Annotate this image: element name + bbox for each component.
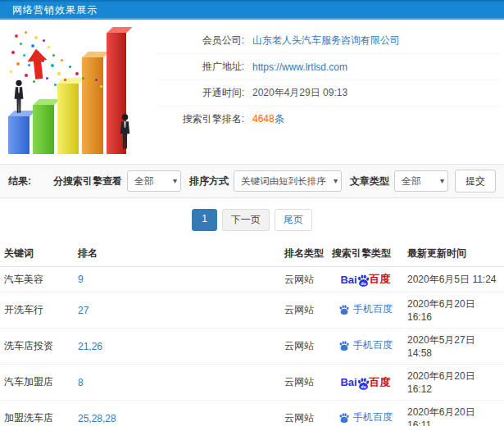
table-header-row: 关键词 排名 排名类型 搜索引擎类型 最新更新时间 bbox=[0, 241, 504, 267]
baidu-paw-icon bbox=[338, 304, 350, 315]
next-page-button[interactable]: 下一页 bbox=[222, 209, 270, 231]
page-1-button[interactable]: 1 bbox=[192, 209, 217, 231]
chart-bar-green bbox=[33, 105, 54, 154]
sort-method-select[interactable]: 关键词由短到长排序 bbox=[234, 170, 342, 192]
open-time-label: 开通时间: bbox=[156, 86, 244, 100]
updated-time-cell: 2020年6月20日 16:12 bbox=[403, 365, 504, 401]
chart-bar-blue bbox=[8, 116, 30, 154]
open-time-row: 开通时间: 2020年4月29日 09:13 bbox=[156, 80, 501, 106]
col-header-rank: 排名 bbox=[74, 241, 280, 267]
table-row: 洗车店投资21,26云网站 手机百度2020年5月27日 14:58 bbox=[0, 329, 504, 365]
results-table: 关键词 排名 排名类型 搜索引擎类型 最新更新时间 汽车美容9云网站Bai du… bbox=[0, 241, 504, 426]
rank-link[interactable]: 27 bbox=[78, 305, 89, 316]
rank-type-cell: 云网站 bbox=[280, 267, 328, 292]
businessman-left-icon bbox=[11, 79, 26, 116]
keyword-cell: 开洗车行 bbox=[0, 292, 74, 329]
rank-type-cell: 云网站 bbox=[280, 329, 328, 365]
filter-bar: 结果: 分搜索引擎查看 全部 排序方式 关键词由短到长排序 文章类型 全部 提交 bbox=[0, 164, 504, 198]
keyword-cell: 加盟洗车店 bbox=[0, 401, 74, 426]
company-info-list: 会员公司: 山东老人头汽车服务咨询有限公司 推广地址: https://www.… bbox=[156, 26, 501, 159]
businessman-right-icon bbox=[117, 113, 133, 152]
table-row: 加盟洗车店25,28,28云网站 手机百度2020年6月20日 16:11 bbox=[0, 401, 504, 426]
rank-cell: 8 bbox=[74, 365, 280, 401]
col-header-updated: 最新更新时间 bbox=[403, 241, 504, 267]
updated-time-cell: 2020年6月20日 16:16 bbox=[403, 292, 504, 329]
keyword-cell: 汽车加盟店 bbox=[0, 365, 74, 401]
member-company-label: 会员公司: bbox=[156, 34, 244, 48]
baidu-logo: Bai du 百度 bbox=[340, 375, 390, 390]
mobile-baidu-label: 手机百度 bbox=[353, 410, 393, 424]
open-time-value: 2020年4月29日 09:13 bbox=[252, 86, 347, 100]
ranking-count-value: 4648 bbox=[252, 113, 275, 125]
engine-cell: 手机百度 bbox=[328, 292, 403, 329]
result-label: 结果: bbox=[8, 174, 31, 188]
baidu-paw-icon: du bbox=[356, 377, 370, 391]
rank-link[interactable]: 25,28,28 bbox=[78, 413, 116, 424]
baidu-paw-icon bbox=[338, 340, 350, 351]
rank-link[interactable]: 21,26 bbox=[78, 341, 102, 352]
table-row: 汽车美容9云网站Bai du 百度2020年6月5日 11:24 bbox=[0, 267, 504, 292]
baidu-paw-icon bbox=[338, 412, 350, 424]
engine-filter-label: 分搜索引擎查看 bbox=[53, 174, 122, 188]
baidu-paw-icon: du bbox=[356, 274, 370, 288]
col-header-rank-type: 排名类型 bbox=[280, 241, 328, 267]
mobile-baidu-label: 手机百度 bbox=[353, 302, 393, 316]
mobile-baidu-label: 手机百度 bbox=[353, 338, 393, 352]
engine-filter-select[interactable]: 全部 bbox=[127, 170, 181, 192]
rank-type-cell: 云网站 bbox=[280, 401, 328, 426]
rank-link[interactable]: 9 bbox=[78, 274, 84, 285]
up-arrow-icon bbox=[26, 48, 49, 83]
promo-url-label: 推广地址: bbox=[156, 60, 244, 74]
rank-link[interactable]: 8 bbox=[78, 377, 84, 388]
rank-cell: 25,28,28 bbox=[74, 401, 280, 426]
promo-url-row: 推广地址: https://www.lrtlsd.com bbox=[156, 54, 501, 80]
rank-cell: 27 bbox=[74, 292, 280, 329]
header-bar: 网络营销效果展示 bbox=[0, 0, 504, 20]
updated-time-cell: 2020年5月27日 14:58 bbox=[403, 329, 504, 365]
article-type-select[interactable]: 全部 bbox=[394, 170, 448, 192]
updated-time-cell: 2020年6月5日 11:24 bbox=[403, 267, 504, 292]
keyword-cell: 汽车美容 bbox=[0, 267, 74, 292]
svg-text:du: du bbox=[361, 281, 366, 286]
rank-type-cell: 云网站 bbox=[280, 365, 328, 401]
mobile-baidu-badge: 手机百度 bbox=[338, 338, 393, 352]
sort-method-label: 排序方式 bbox=[189, 174, 229, 188]
ranking-count-row: 搜索引擎排名: 4648条 bbox=[156, 106, 501, 132]
rank-cell: 21,26 bbox=[74, 329, 280, 365]
col-header-keyword: 关键词 bbox=[0, 241, 74, 267]
member-company-row: 会员公司: 山东老人头汽车服务咨询有限公司 bbox=[156, 28, 501, 54]
svg-text:du: du bbox=[361, 383, 366, 388]
engine-cell: 手机百度 bbox=[328, 329, 403, 365]
page-title: 网络营销效果展示 bbox=[0, 3, 98, 17]
keyword-cell: 洗车店投资 bbox=[0, 329, 74, 365]
info-section: 会员公司: 山东老人头汽车服务咨询有限公司 推广地址: https://www.… bbox=[0, 20, 504, 159]
mobile-baidu-badge: 手机百度 bbox=[338, 302, 393, 316]
table-row: 汽车加盟店8云网站Bai du 百度2020年6月20日 16:12 bbox=[0, 365, 504, 401]
promo-url-link[interactable]: https://www.lrtlsd.com bbox=[252, 61, 347, 73]
engine-cell: Bai du 百度 bbox=[328, 365, 403, 401]
updated-time-cell: 2020年6月20日 16:11 bbox=[403, 401, 504, 426]
rank-cell: 9 bbox=[74, 267, 280, 292]
mobile-baidu-badge: 手机百度 bbox=[338, 410, 393, 424]
submit-button[interactable]: 提交 bbox=[455, 170, 496, 193]
engine-cell: 手机百度 bbox=[328, 401, 403, 426]
article-type-label: 文章类型 bbox=[350, 174, 389, 188]
pagination: 1 下一页 尾页 bbox=[0, 209, 504, 231]
table-row: 开洗车行27云网站 手机百度2020年6月20日 16:16 bbox=[0, 292, 504, 329]
rank-type-cell: 云网站 bbox=[280, 292, 328, 329]
last-page-button[interactable]: 尾页 bbox=[275, 209, 312, 231]
ranking-count-unit: 条 bbox=[275, 113, 284, 125]
ranking-count-label: 搜索引擎排名: bbox=[156, 112, 244, 126]
engine-cell: Bai du 百度 bbox=[328, 267, 403, 292]
member-company-link[interactable]: 山东老人头汽车服务咨询有限公司 bbox=[252, 34, 400, 46]
baidu-logo: Bai du 百度 bbox=[340, 272, 390, 287]
col-header-engine-type: 搜索引擎类型 bbox=[328, 241, 403, 267]
bar-chart-illustration bbox=[3, 26, 133, 157]
